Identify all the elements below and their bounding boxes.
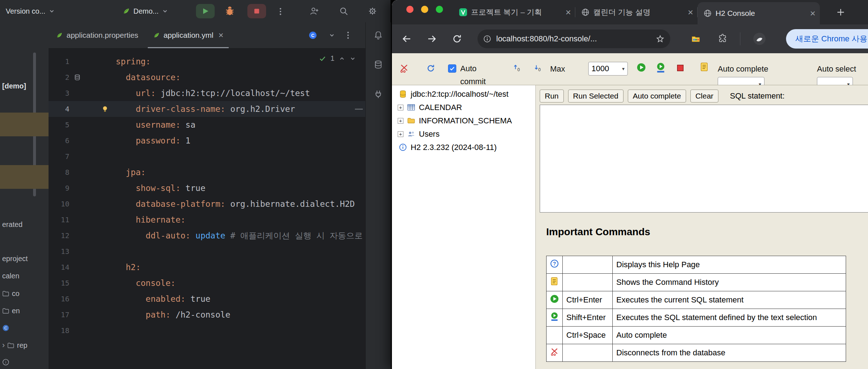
close-tab-icon[interactable]: ×	[810, 9, 816, 18]
tree-item[interactable]: +Users	[392, 127, 535, 141]
project-item[interactable]: en	[0, 305, 20, 317]
chrome-update-chip[interactable]: 새로운 Chrome 사용	[786, 29, 868, 49]
new-tab-button[interactable]	[836, 8, 845, 17]
chevron-down-icon[interactable]	[329, 32, 335, 38]
close-tab-icon[interactable]: ×	[688, 8, 693, 17]
close-tab-icon[interactable]: ×	[566, 8, 571, 17]
forward-icon[interactable]	[426, 33, 437, 44]
editor-area[interactable]: 1spring:2 datasource:3 url: jdbc:h2:tcp:…	[49, 49, 365, 369]
refresh-icon[interactable]	[426, 63, 436, 73]
code-line[interactable]: 11 hibernate:	[49, 212, 365, 228]
address-bar[interactable]: localhost:8080/h2-console/...	[478, 29, 670, 48]
minimize-window-button[interactable]	[421, 6, 428, 13]
rollback-icon[interactable]: 0	[534, 63, 543, 73]
sql-textarea[interactable]	[540, 105, 868, 213]
code-line[interactable]: 3 url: jdbc:h2:tcp://localhost/~/test	[49, 85, 365, 101]
datasource-gutter-icon[interactable]	[74, 74, 81, 81]
add-user-icon[interactable]	[309, 6, 319, 16]
tree-item[interactable]: H2 2.3.232 (2024-08-11)	[392, 141, 535, 154]
chevron-down-icon[interactable]	[350, 55, 356, 62]
project-item[interactable]: i	[0, 356, 9, 368]
run-button[interactable]	[196, 4, 215, 18]
tab-application-yml[interactable]: application.yml ×	[146, 22, 231, 48]
stop-button[interactable]	[247, 4, 266, 18]
run-selected-icon[interactable]	[656, 62, 666, 73]
project-item[interactable]	[0, 165, 49, 189]
tab-application-properties[interactable]: application.properties	[49, 22, 146, 48]
browser-tab-2[interactable]: 캘린더 기능 설명×	[575, 0, 698, 24]
code-line[interactable]: 2 datasource:	[49, 69, 365, 85]
project-item[interactable]: erated	[0, 218, 23, 231]
close-tab-icon[interactable]: ×	[219, 31, 224, 40]
tree-item[interactable]: +CALENDAR	[392, 101, 535, 114]
chevron-up-icon[interactable]	[339, 55, 345, 62]
profile-avatar[interactable]	[753, 32, 766, 45]
autocomplete-select[interactable]: ▾	[718, 77, 764, 85]
c-badge-icon[interactable]: C	[309, 31, 317, 40]
run-config-selector[interactable]: Demo...	[122, 0, 168, 22]
code-line[interactable]: 13	[49, 243, 365, 259]
browser-tab-1[interactable]: 프로젝트 복기 – 기획×	[453, 0, 575, 24]
site-info-icon[interactable]	[483, 35, 491, 43]
debug-button[interactable]	[224, 5, 236, 17]
button-run-selected[interactable]: Run Selected	[568, 90, 623, 102]
back-icon[interactable]	[401, 33, 412, 44]
disconnect-icon[interactable]	[399, 63, 409, 73]
code-line[interactable]: 15 console:	[49, 275, 365, 291]
code-line[interactable]: 16 enabled: true	[49, 291, 365, 307]
code-line[interactable]: 10 database-platform: org.hibernate.dial…	[49, 196, 365, 212]
notification-bell-icon[interactable]	[373, 30, 383, 40]
database-tool-icon[interactable]	[373, 60, 383, 70]
button-clear[interactable]: Clear	[690, 90, 718, 102]
button-run[interactable]: Run	[540, 90, 564, 102]
code-line[interactable]: 18	[49, 323, 365, 338]
fullscreen-window-button[interactable]	[436, 6, 443, 13]
expand-icon[interactable]: +	[398, 105, 403, 110]
search-icon[interactable]	[339, 6, 349, 16]
code-line[interactable]: 4 driver-class-name: org.h2.Driver	[49, 101, 365, 117]
tree-item[interactable]: jdbc:h2:tcp://localhost/~/test	[392, 87, 535, 101]
cancel-icon[interactable]	[676, 64, 685, 72]
commit-icon[interactable]: 0	[513, 63, 522, 73]
extensions-puzzle-icon[interactable]	[718, 34, 727, 44]
bookmark-star-icon[interactable]	[656, 35, 664, 43]
button-auto-complete[interactable]: Auto complete	[628, 90, 686, 102]
project-item[interactable]: [demo]	[0, 80, 26, 92]
code-line[interactable]: 6 password: 1	[49, 133, 365, 149]
settings-gear-icon[interactable]	[367, 6, 378, 16]
project-item[interactable]	[0, 113, 49, 136]
inspection-count: 1	[330, 54, 334, 63]
project-item[interactable]: eproject	[0, 252, 28, 265]
project-item[interactable]: C	[0, 322, 9, 334]
code-line[interactable]: 5 username: sa	[49, 117, 365, 133]
project-item[interactable]: co	[0, 287, 19, 300]
reload-icon[interactable]	[452, 33, 462, 44]
expand-icon[interactable]: +	[398, 118, 403, 124]
browser-tab-3[interactable]: H2 Console×	[698, 2, 820, 24]
intention-bulb-icon[interactable]	[101, 105, 109, 113]
more-options-icon[interactable]	[347, 31, 350, 40]
inspections-widget[interactable]: 1	[319, 54, 356, 63]
tree-item[interactable]: +INFORMATION_SCHEMA	[392, 114, 535, 127]
endpoints-icon[interactable]	[373, 89, 383, 99]
extension-icon[interactable]	[691, 34, 700, 44]
project-item[interactable]: calen	[0, 270, 19, 282]
more-actions-icon[interactable]	[279, 7, 282, 16]
code-line[interactable]: 14 h2:	[49, 259, 365, 275]
code-line[interactable]: 8 jpa:	[49, 164, 365, 180]
history-icon[interactable]	[700, 62, 709, 72]
run-icon[interactable]	[636, 63, 646, 72]
code-line[interactable]: 12 ddl-auto: update # 애플리케이션 실행 시 자동으로	[49, 228, 365, 243]
line-number: 2	[49, 69, 69, 85]
expand-icon[interactable]: +	[398, 131, 403, 137]
code-line[interactable]: 7	[49, 149, 365, 164]
project-item[interactable]: ›rep	[0, 339, 27, 351]
code-line[interactable]: 17 path: /h2-console	[49, 307, 365, 323]
vcs-widget[interactable]: Version co...	[6, 0, 55, 22]
autocommit-checkbox[interactable]	[448, 64, 456, 73]
autoselect-select[interactable]: ▾	[817, 77, 853, 85]
max-rows-select[interactable]: 1000 ▾	[588, 62, 628, 76]
code-line[interactable]: 1spring:	[49, 54, 365, 69]
code-line[interactable]: 9 show-sql: true	[49, 180, 365, 196]
close-window-button[interactable]	[406, 6, 414, 13]
